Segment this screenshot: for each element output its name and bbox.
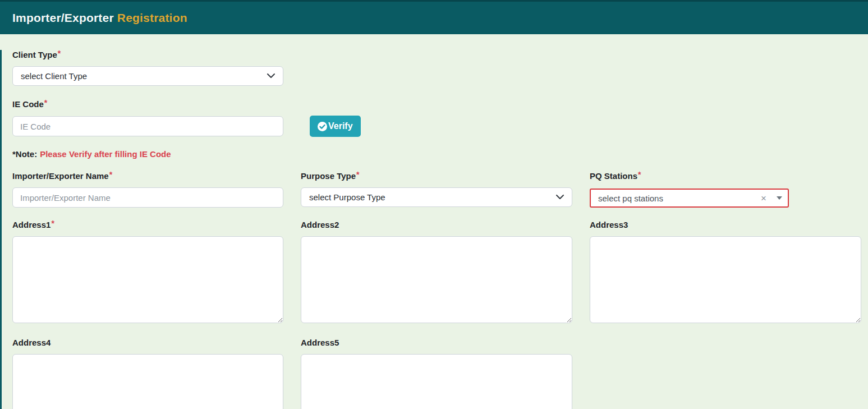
address4-group: Address4 [12,338,283,409]
ie-code-input[interactable] [12,116,283,136]
required-asterisk: * [638,170,641,179]
clear-icon[interactable]: × [759,194,769,203]
client-type-label: Client Type* [12,50,862,59]
purpose-type-select[interactable]: select Purpose Type [301,187,572,207]
purpose-type-group: Purpose Type* select Purpose Type [301,171,572,208]
address5-textarea[interactable] [301,354,572,409]
required-asterisk: * [109,170,112,179]
importer-name-group: Importer/Exporter Name* [12,171,283,208]
check-circle-icon [318,122,327,131]
address5-group: Address5 [301,338,572,409]
address1-group: Address1* [12,220,283,323]
address3-textarea[interactable] [590,236,861,323]
page-header: Importer/ExporterRegistration [0,0,868,34]
address2-textarea[interactable] [301,236,572,323]
client-type-select[interactable]: select Client Type [12,66,283,86]
client-type-selected-value: select Client Type [21,71,87,81]
importer-name-label: Importer/Exporter Name* [12,171,283,181]
address4-textarea[interactable] [12,354,283,409]
required-asterisk: * [356,170,359,179]
page-title-accent: Registration [117,11,187,24]
importer-name-input[interactable] [12,187,283,208]
address4-label: Address4 [12,338,283,347]
pq-stations-group: PQ Stations* select pq stations × [590,171,861,208]
purpose-type-label: Purpose Type* [301,171,572,181]
address-row-1: Address1* Address2 Address3 [12,220,862,323]
address2-group: Address2 [301,220,572,323]
purpose-type-selected-value: select Purpose Type [309,192,385,202]
verify-button[interactable]: Verify [310,116,361,137]
caret-down-icon[interactable] [777,196,782,200]
client-type-group: Client Type* select Client Type [12,50,862,86]
required-asterisk: * [51,219,54,228]
chevron-down-icon [556,195,564,200]
ie-code-label: IE Code* [12,99,862,109]
address5-label: Address5 [301,338,572,347]
address3-label: Address3 [590,220,861,229]
address1-textarea[interactable] [12,236,283,323]
pq-stations-label: PQ Stations* [590,171,861,181]
note-text: Please Verify after filling IE Code [40,149,171,159]
required-asterisk: * [58,49,61,58]
verify-note: *Note:Please Verify after filling IE Cod… [12,149,862,159]
verify-button-label: Verify [328,121,353,131]
address3-group: Address3 [590,220,861,323]
name-purpose-pq-row: Importer/Exporter Name* Purpose Type* se… [12,171,862,208]
address2-label: Address2 [301,220,572,229]
page-title: Importer/ExporterRegistration [12,11,187,25]
pq-stations-selected-value: select pq stations [598,194,759,203]
ie-code-group: IE Code* Verify [12,99,862,137]
registration-form: Client Type* select Client Type IE Code*… [0,50,868,409]
page-title-primary: Importer/Exporter [12,11,114,24]
required-asterisk: * [44,98,47,107]
address1-label: Address1* [12,220,283,229]
address-row-2: Address4 Address5 [12,338,862,409]
pq-stations-select[interactable]: select pq stations × [590,189,789,208]
note-prefix: *Note: [12,149,37,159]
chevron-down-icon [267,73,275,79]
